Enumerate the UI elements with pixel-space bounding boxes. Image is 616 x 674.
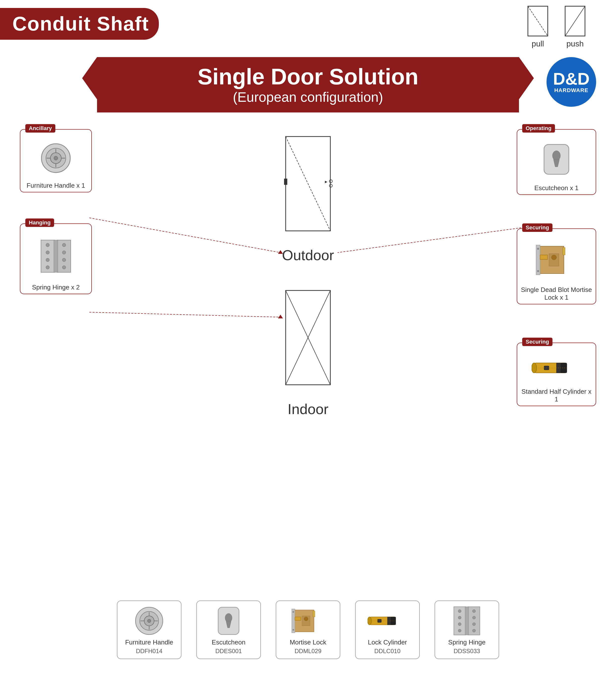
bottom-handle-name: Furniture Handle xyxy=(125,638,173,647)
svg-rect-70 xyxy=(313,611,315,617)
hanging-image xyxy=(20,231,91,281)
outdoor-label: Outdoor xyxy=(271,247,345,263)
bottom-card-escutcheon: Escutcheon DDES001 xyxy=(196,600,261,659)
pull-label: pull xyxy=(532,39,544,48)
svg-line-1 xyxy=(528,6,548,36)
svg-line-3 xyxy=(565,6,585,36)
svg-point-83 xyxy=(458,616,461,619)
indoor-door-diagram xyxy=(271,288,345,397)
push-door-icon xyxy=(564,5,586,37)
svg-rect-45 xyxy=(563,247,565,255)
hanging-tag: Hanging xyxy=(25,218,54,227)
svg-point-69 xyxy=(304,617,308,621)
svg-point-71 xyxy=(292,611,294,613)
svg-point-57 xyxy=(147,619,151,623)
cylinder-svg xyxy=(532,355,581,380)
bottom-mortise-name: Mortise Lock xyxy=(290,638,326,647)
svg-point-12 xyxy=(329,180,332,183)
bottom-card-cylinder: Lock Cylinder DDLC010 xyxy=(355,600,420,659)
ribbon-container: Single Door Solution (European configura… xyxy=(0,57,616,112)
bottom-product-strip: Furniture Handle DDFH014 Escutcheon DDES… xyxy=(0,600,616,659)
svg-line-8 xyxy=(338,228,521,253)
pull-push-icons: pull push xyxy=(527,5,586,48)
svg-point-32 xyxy=(46,266,49,269)
indoor-label: Indoor xyxy=(271,401,345,417)
dd-logo: D&D HARDWARE xyxy=(546,57,596,107)
svg-point-87 xyxy=(473,616,476,619)
svg-rect-67 xyxy=(295,617,301,621)
bottom-escutcheon-svg xyxy=(216,606,241,636)
svg-point-30 xyxy=(46,251,49,254)
svg-line-6 xyxy=(89,312,280,317)
securing2-image xyxy=(517,350,596,385)
bottom-hinge-code: DDSS033 xyxy=(454,648,480,655)
main-content: Outdoor Indoor Ancillary xyxy=(0,119,616,674)
svg-point-44 xyxy=(551,255,557,260)
ribbon-banner: Single Door Solution (European configura… xyxy=(97,57,519,112)
svg-point-88 xyxy=(473,623,476,626)
ancillary-label: Furniture Handle x 1 xyxy=(24,179,88,192)
outdoor-door-diagram xyxy=(271,134,345,243)
svg-point-35 xyxy=(62,258,66,262)
operating-tag: Operating xyxy=(522,124,555,133)
ribbon-subheading: (European configuration) xyxy=(117,89,499,105)
bottom-cylinder-image xyxy=(368,606,407,636)
svg-point-84 xyxy=(458,623,461,626)
operating-image xyxy=(517,137,596,182)
svg-point-89 xyxy=(473,629,476,632)
svg-point-21 xyxy=(54,156,58,160)
pull-icon-group: pull xyxy=(527,5,549,48)
bottom-hinge-image xyxy=(447,606,487,636)
svg-point-82 xyxy=(458,610,461,613)
ancillary-tag: Ancillary xyxy=(25,124,55,133)
svg-point-46 xyxy=(537,248,539,250)
mortise-lock-svg xyxy=(534,241,579,278)
bottom-cylinder-code: DDLC010 xyxy=(374,648,400,655)
svg-point-38 xyxy=(552,151,561,160)
bottom-card-handle: Furniture Handle DDFH014 xyxy=(117,600,181,659)
svg-rect-28 xyxy=(54,240,58,272)
svg-rect-81 xyxy=(465,607,469,635)
securing2-card: Securing Standard Half Cylinder x 1 xyxy=(517,343,596,406)
svg-rect-11 xyxy=(284,179,287,185)
svg-point-86 xyxy=(473,610,476,613)
securing1-tag: Securing xyxy=(522,223,552,232)
securing1-image xyxy=(517,236,596,284)
svg-point-36 xyxy=(62,266,66,269)
escutcheon-svg xyxy=(541,142,571,177)
outdoor-door-section: Outdoor xyxy=(271,134,345,263)
bottom-mortise-image xyxy=(288,606,328,636)
svg-line-10 xyxy=(286,136,330,231)
ancillary-image xyxy=(20,137,91,179)
svg-line-4 xyxy=(89,218,280,253)
bottom-flush-pull-svg xyxy=(132,606,166,636)
bottom-escutcheon-code: DDES001 xyxy=(216,648,242,655)
bottom-hinge-name: Spring Hinge xyxy=(448,638,485,647)
bottom-card-mortise: Mortise Lock DDML029 xyxy=(276,600,340,659)
bottom-handle-code: DDFH014 xyxy=(136,648,162,655)
bottom-mortise-code: DDML029 xyxy=(294,648,322,655)
hanging-card: Hanging Spring Hinge x 2 xyxy=(20,223,92,294)
securing2-tag: Securing xyxy=(522,338,552,346)
securing1-label: Single Dead Blot Mortise Lock x 1 xyxy=(517,284,596,304)
svg-point-34 xyxy=(62,251,66,254)
svg-point-31 xyxy=(46,258,49,262)
bottom-cylinder-svg xyxy=(368,608,407,633)
bottom-hinge-svg xyxy=(450,603,484,638)
page-title: Conduit Shaft xyxy=(12,12,149,35)
hinge-svg xyxy=(36,236,76,276)
flush-pull-svg xyxy=(40,142,72,174)
bottom-handle-image xyxy=(129,606,169,636)
bottom-mortise-svg xyxy=(288,606,328,636)
dd-logo-text: D&D xyxy=(553,70,590,87)
operating-label: Escutcheon x 1 xyxy=(532,182,581,194)
svg-point-47 xyxy=(537,270,539,272)
svg-rect-42 xyxy=(540,255,547,259)
dd-logo-sub: HARDWARE xyxy=(554,87,589,94)
svg-point-13 xyxy=(329,184,332,187)
ancillary-card: Ancillary Furniture Handle x 1 xyxy=(20,129,92,192)
indoor-door-section: Indoor xyxy=(271,288,345,417)
hanging-label: Spring Hinge x 2 xyxy=(29,281,82,294)
svg-point-33 xyxy=(62,243,66,247)
svg-marker-14 xyxy=(325,181,327,183)
